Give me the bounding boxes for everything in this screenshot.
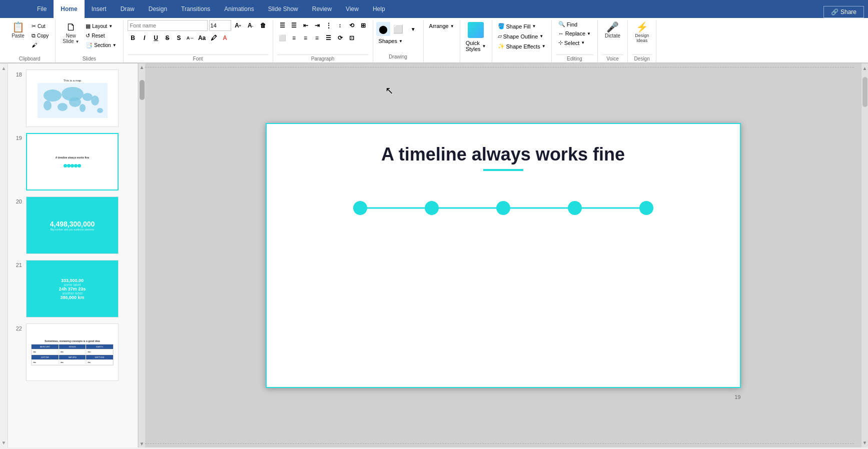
tab-view[interactable]: View xyxy=(339,0,366,18)
align-center-button[interactable]: ≡ xyxy=(289,32,300,44)
canvas-bottom-border xyxy=(145,444,854,448)
sidebar-scroll-thumb[interactable] xyxy=(140,80,145,100)
align-right-button[interactable]: ≡ xyxy=(300,32,311,44)
line-spacing-button[interactable]: ↕ xyxy=(335,20,346,31)
columns-button[interactable]: ⋮ xyxy=(323,20,334,31)
slides-group: 🗋 NewSlide ▼ ▦ Layout ▼ ↺ Reset 📑 xyxy=(56,20,123,62)
add-remove-columns-button[interactable]: ☰ xyxy=(323,32,334,44)
bold-button[interactable]: B xyxy=(128,32,139,44)
find-button[interactable]: 🔍 Find xyxy=(556,20,580,28)
tab-home[interactable]: Home xyxy=(54,0,84,18)
slide-thumb-22[interactable]: 22 Sometimes, reviewing concepts is a go… xyxy=(10,322,136,383)
smart-art-button[interactable]: ⊞ xyxy=(358,20,369,31)
italic-button[interactable]: I xyxy=(139,32,150,44)
tab-transitions[interactable]: Transitions xyxy=(174,0,217,18)
char-spacing-button[interactable]: A↔ xyxy=(185,32,196,44)
tab-slideshow[interactable]: Slide Show xyxy=(261,0,305,18)
tab-review[interactable]: Review xyxy=(305,0,339,18)
strikethrough-button[interactable]: S xyxy=(162,32,173,44)
arrange-button[interactable]: Arrange ▼ xyxy=(427,22,457,30)
shape-outline-button[interactable]: ▱ Shape Outline ▼ xyxy=(495,32,548,40)
cut-button[interactable]: ✂ Cut xyxy=(29,22,51,30)
font-size-input[interactable] xyxy=(209,20,231,31)
cut-icon: ✂ xyxy=(32,23,36,30)
sidebar-scroll-up[interactable]: ▲ xyxy=(2,66,7,71)
canvas-scroll-down[interactable]: ▼ xyxy=(861,439,868,446)
table-cell-5: data xyxy=(59,360,86,365)
slide-thumb-19[interactable]: 19 A timeline always works fine xyxy=(10,131,136,192)
canvas-scroll-up[interactable]: ▲ xyxy=(861,64,868,72)
tab-animations[interactable]: Animations xyxy=(217,0,261,18)
outline-icon: ▱ xyxy=(498,33,502,40)
format-painter-icon: 🖌 xyxy=(32,42,37,48)
design-ideas-button[interactable]: ⚡ DesignIdeas xyxy=(632,20,652,45)
slide-title: A timeline always works fine xyxy=(297,144,710,165)
slide-thumbnail-19[interactable]: A timeline always works fine xyxy=(26,133,119,190)
grow-font-button[interactable]: A+ xyxy=(233,20,244,31)
clear-format-button[interactable]: 🗑 xyxy=(258,20,269,31)
copy-icon: ⧉ xyxy=(32,32,36,39)
align-left-button[interactable]: ⬜ xyxy=(277,32,288,44)
text-direction-button[interactable]: ⟲ xyxy=(346,20,357,31)
shape-effects-button[interactable]: ✨ Shape Effects ▼ xyxy=(495,42,548,50)
timeline-dot-5 xyxy=(639,201,653,215)
shrink-font-button[interactable]: A- xyxy=(245,20,256,31)
clipboard-group: 📋 Paste ✂ Cut ⧉ Copy 🖌 xyxy=(4,20,56,62)
shape-fill-button[interactable]: 🪣 Shape Fill ▼ xyxy=(495,22,548,30)
highlight-button[interactable]: 🖍 xyxy=(208,32,219,44)
rectangle-shape[interactable]: ⬜ xyxy=(391,22,405,36)
justify-button[interactable]: ≡ xyxy=(312,32,323,44)
section-button[interactable]: 📑 Section ▼ xyxy=(83,41,119,50)
layout-button[interactable]: ▦ Layout ▼ xyxy=(83,22,119,30)
new-slide-button[interactable]: 🗋 NewSlide ▼ xyxy=(60,20,82,46)
underline-button[interactable]: U xyxy=(151,32,162,44)
tab-help[interactable]: Help xyxy=(366,0,392,18)
canvas-scrollbar[interactable]: ▲ ▼ xyxy=(861,64,868,448)
sidebar-scrollbar[interactable]: ▲ ▼ xyxy=(138,64,145,448)
shapes-button[interactable]: Shapes ▼ xyxy=(376,37,420,45)
align-text-button[interactable]: ⊡ xyxy=(346,32,357,44)
font-color-button[interactable]: A xyxy=(220,32,231,44)
slide-thumbnail-20[interactable]: 4,498,300,000 Big number with you audien… xyxy=(26,196,119,254)
share-icon: 🔗 xyxy=(831,8,838,16)
shadow-button[interactable]: S xyxy=(174,32,185,44)
section-icon: 📑 xyxy=(86,42,93,48)
text-direction2-button[interactable]: ⟳ xyxy=(335,32,346,44)
reset-button[interactable]: ↺ Reset xyxy=(83,32,119,40)
design-ideas-icon: ⚡ xyxy=(636,22,648,32)
dictate-button[interactable]: 🎤 Dictate xyxy=(602,20,623,40)
share-button[interactable]: 🔗 Share xyxy=(823,6,864,18)
sidebar-scroll-down[interactable]: ▼ xyxy=(2,440,7,446)
slide-thumbnail-18[interactable]: This is a map xyxy=(26,70,119,127)
main-slide[interactable]: A timeline always works fine xyxy=(266,123,741,388)
canvas-scroll-thumb[interactable] xyxy=(862,77,867,107)
tab-design[interactable]: Design xyxy=(142,0,174,18)
increase-indent-button[interactable]: ⇥ xyxy=(312,20,323,31)
voice-label: Voice xyxy=(602,54,623,62)
replace-button[interactable]: ↔ Replace ▼ xyxy=(556,30,593,38)
timeline-container xyxy=(353,201,653,215)
slide-thumbnail-21[interactable]: 333,000.00 some label 24h 37m 23s anothe… xyxy=(26,260,119,318)
tab-file[interactable]: File xyxy=(30,0,54,18)
oval-shape[interactable]: ⬤ xyxy=(376,22,390,36)
table-cell-2: data xyxy=(59,350,86,354)
font-case-button[interactable]: Aa xyxy=(197,32,208,44)
tab-insert[interactable]: Insert xyxy=(85,0,114,18)
copy-button[interactable]: ⧉ Copy xyxy=(29,32,51,40)
shapes-more[interactable]: ▼ xyxy=(406,22,420,36)
layout-icon: ▦ xyxy=(86,23,91,30)
select-button[interactable]: ⊹ Select ▼ xyxy=(556,38,588,47)
font-name-input[interactable] xyxy=(128,20,208,31)
slide-thumbnail-22[interactable]: Sometimes, reviewing concepts is a good … xyxy=(26,324,119,381)
slide-thumb-18[interactable]: 18 This is a map xyxy=(10,68,136,129)
tab-draw[interactable]: Draw xyxy=(114,0,142,18)
decrease-indent-button[interactable]: ⇤ xyxy=(300,20,311,31)
slide-thumb-21[interactable]: 21 333,000.00 some label 24h 37m 23s ano… xyxy=(10,258,136,320)
quick-styles-button[interactable]: QuickStyles ▼ xyxy=(463,39,489,53)
slide-number-20: 20 xyxy=(12,196,22,204)
paste-button[interactable]: 📋 Paste xyxy=(8,20,28,40)
numbered-button[interactable]: ☰ xyxy=(289,20,300,31)
slide-thumb-20[interactable]: 20 4,498,300,000 Big number with you aud… xyxy=(10,194,136,256)
format-painter-button[interactable]: 🖌 xyxy=(29,41,51,49)
bullets-button[interactable]: ☰ xyxy=(277,20,288,31)
